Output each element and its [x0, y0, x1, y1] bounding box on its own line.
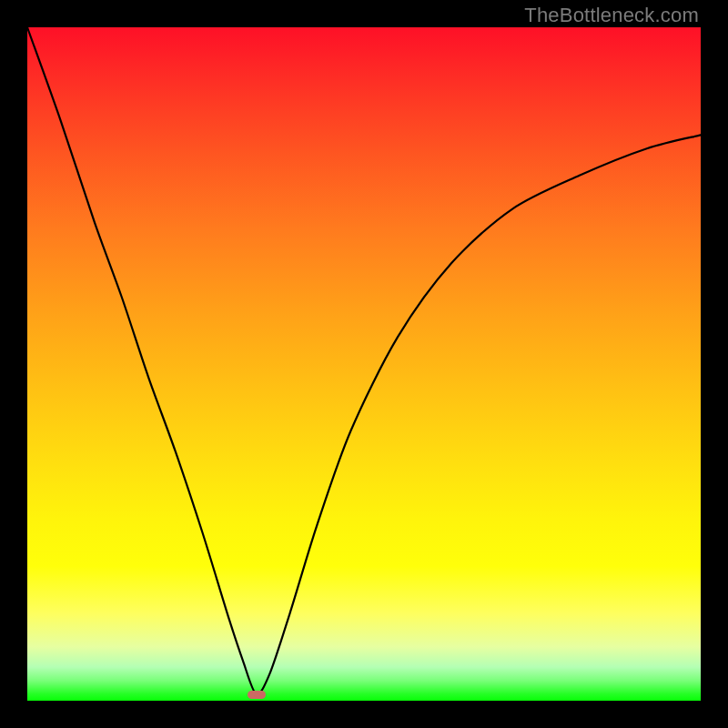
- bottleneck-curve: [27, 27, 701, 701]
- watermark-text: TheBottleneck.com: [524, 4, 699, 27]
- curve-path: [27, 27, 701, 694]
- valley-marker: [248, 691, 266, 699]
- chart-frame: TheBottleneck.com: [0, 0, 728, 728]
- plot-area: [27, 27, 701, 701]
